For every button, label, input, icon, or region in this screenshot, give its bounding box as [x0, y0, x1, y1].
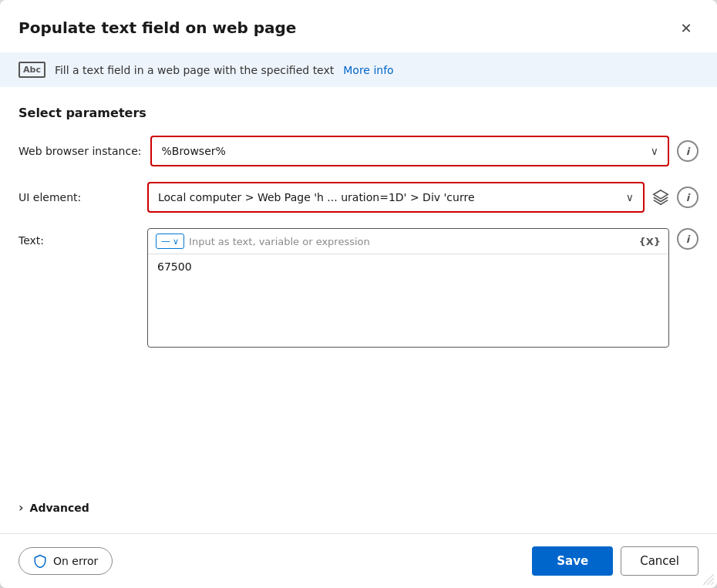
expression-button[interactable]: {X} [638, 236, 661, 247]
browser-value: %Browser% [161, 145, 225, 157]
advanced-section: › Advanced [0, 494, 717, 521]
abc-icon: Abc [19, 62, 45, 78]
dialog-header: Populate text field on web page ✕ [0, 0, 717, 52]
text-mode-chevron-icon: ∨ [173, 237, 179, 247]
expression-icon: {X} [638, 236, 661, 247]
ui-element-info-icon: i [686, 192, 689, 203]
close-icon: ✕ [680, 20, 692, 36]
text-mode-button[interactable]: — ∨ [156, 234, 184, 249]
text-control-wrapper: — ∨ Input as text, variable or expressio… [147, 228, 698, 348]
ui-element-dropdown[interactable]: Local computer > Web Page 'h ... uration… [147, 182, 645, 213]
browser-info-icon: i [686, 146, 689, 157]
text-toolbar: — ∨ Input as text, variable or expressio… [148, 229, 668, 254]
more-info-link[interactable]: More info [343, 64, 393, 76]
text-toolbar-placeholder: Input as text, variable or expression [189, 236, 634, 247]
info-banner: Abc Fill a text field in a web page with… [0, 52, 717, 87]
info-banner-text: Fill a text field in a web page with the… [55, 64, 334, 76]
close-button[interactable]: ✕ [674, 15, 698, 40]
ui-element-chevron-icon: ∨ [626, 191, 634, 203]
browser-dropdown[interactable]: %Browser% ∨ [150, 136, 669, 166]
advanced-toggle[interactable]: › Advanced [19, 494, 698, 521]
svg-line-2 [707, 578, 714, 585]
text-label: Text: [19, 228, 138, 247]
svg-line-3 [711, 582, 714, 585]
on-error-button[interactable]: On error [19, 547, 113, 575]
resize-handle[interactable] [703, 574, 714, 585]
browser-chevron-icon: ∨ [651, 145, 658, 157]
svg-marker-0 [654, 190, 668, 199]
save-button[interactable]: Save [532, 546, 613, 576]
dialog: Populate text field on web page ✕ Abc Fi… [0, 0, 717, 588]
ui-element-control-wrapper: Local computer > Web Page 'h ... uration… [147, 182, 698, 213]
browser-control-wrapper: %Browser% ∨ i [150, 136, 698, 166]
layers-icon [652, 189, 669, 206]
ui-element-row: UI element: Local computer > Web Page 'h… [19, 182, 698, 213]
text-info-button[interactable]: i [677, 228, 698, 250]
footer-right: Save Cancel [532, 546, 698, 576]
browser-info-button[interactable]: i [677, 140, 698, 162]
layers-button[interactable] [652, 189, 669, 206]
browser-label: Web browser instance: [19, 145, 141, 157]
cancel-button[interactable]: Cancel [621, 546, 698, 576]
browser-row: Web browser instance: %Browser% ∨ i [19, 136, 698, 166]
ui-element-label: UI element: [19, 191, 138, 203]
dialog-body: Select parameters Web browser instance: … [0, 87, 717, 494]
advanced-label: Advanced [30, 502, 89, 514]
text-value[interactable]: 67500 [148, 254, 668, 279]
on-error-label: On error [53, 555, 98, 567]
text-input-container: — ∨ Input as text, variable or expressio… [147, 228, 669, 348]
text-mode-icon: — [161, 236, 170, 247]
shield-icon [33, 554, 47, 568]
advanced-chevron-icon: › [19, 500, 24, 515]
text-row: Text: — ∨ Input as text, variable or exp… [19, 228, 698, 348]
dialog-title: Populate text field on web page [19, 18, 296, 37]
dialog-footer: On error Save Cancel [0, 534, 717, 588]
ui-element-icons: ∨ [626, 191, 634, 203]
ui-element-value: Local computer > Web Page 'h ... uration… [158, 191, 475, 203]
ui-element-info-button[interactable]: i [677, 186, 698, 208]
text-info-icon: i [686, 234, 689, 245]
section-title: Select parameters [19, 106, 698, 120]
